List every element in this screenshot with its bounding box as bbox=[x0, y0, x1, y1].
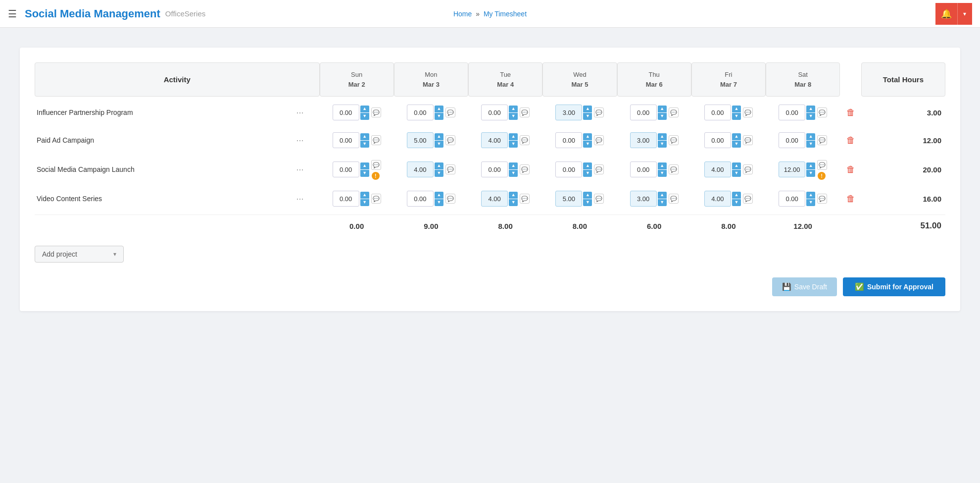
hour-input[interactable] bbox=[407, 191, 434, 207]
decrement-button[interactable]: ▼ bbox=[435, 141, 443, 148]
row-options-button[interactable]: ··· bbox=[294, 128, 319, 152]
row-options-button[interactable]: ··· bbox=[294, 187, 319, 211]
hour-input[interactable] bbox=[333, 161, 359, 177]
hour-input[interactable] bbox=[555, 132, 582, 148]
delete-icon[interactable]: 🗑 bbox=[846, 164, 855, 175]
decrement-button[interactable]: ▼ bbox=[732, 113, 741, 120]
hour-input[interactable] bbox=[630, 161, 657, 177]
increment-button[interactable]: ▲ bbox=[658, 133, 667, 140]
increment-button[interactable]: ▲ bbox=[806, 133, 815, 140]
comment-button[interactable]: 💬 bbox=[371, 107, 381, 117]
comment-button[interactable]: 💬 bbox=[520, 135, 530, 145]
comment-button[interactable]: 💬 bbox=[445, 107, 455, 117]
delete-row-button[interactable]: 🗑 bbox=[840, 187, 861, 211]
decrement-button[interactable]: ▼ bbox=[360, 113, 369, 120]
increment-button[interactable]: ▲ bbox=[583, 162, 592, 169]
decrement-button[interactable]: ▼ bbox=[806, 113, 815, 120]
decrement-button[interactable]: ▼ bbox=[360, 141, 369, 148]
increment-button[interactable]: ▲ bbox=[360, 106, 369, 112]
hour-input[interactable] bbox=[779, 105, 805, 120]
decrement-button[interactable]: ▼ bbox=[435, 199, 443, 206]
increment-button[interactable]: ▲ bbox=[509, 162, 518, 169]
comment-button[interactable]: 💬 bbox=[520, 164, 530, 174]
add-project-button[interactable]: Add project ▾ bbox=[35, 246, 124, 263]
comment-button[interactable]: 💬 bbox=[669, 194, 679, 204]
increment-button[interactable]: ▲ bbox=[509, 106, 518, 112]
increment-button[interactable]: ▲ bbox=[732, 133, 741, 140]
decrement-button[interactable]: ▼ bbox=[658, 113, 667, 120]
increment-button[interactable]: ▲ bbox=[583, 133, 592, 140]
decrement-button[interactable]: ▼ bbox=[435, 170, 443, 177]
comment-button[interactable]: 💬 bbox=[743, 194, 753, 204]
hour-input[interactable] bbox=[704, 161, 731, 177]
decrement-button[interactable]: ▼ bbox=[360, 170, 369, 177]
hour-input[interactable] bbox=[779, 161, 805, 177]
delete-row-button[interactable]: 🗑 bbox=[840, 156, 861, 183]
hour-input[interactable] bbox=[555, 161, 582, 177]
hour-input[interactable] bbox=[333, 105, 359, 120]
decrement-button[interactable]: ▼ bbox=[732, 141, 741, 148]
decrement-button[interactable]: ▼ bbox=[658, 199, 667, 206]
increment-button[interactable]: ▲ bbox=[435, 192, 443, 199]
increment-button[interactable]: ▲ bbox=[806, 106, 815, 112]
increment-button[interactable]: ▲ bbox=[732, 106, 741, 112]
decrement-button[interactable]: ▼ bbox=[509, 141, 518, 148]
comment-button[interactable]: 💬 bbox=[520, 107, 530, 117]
decrement-button[interactable]: ▼ bbox=[806, 170, 815, 177]
comment-button[interactable]: 💬 bbox=[669, 107, 679, 117]
increment-button[interactable]: ▲ bbox=[583, 106, 592, 112]
decrement-button[interactable]: ▼ bbox=[732, 170, 741, 177]
hour-input[interactable] bbox=[407, 132, 434, 148]
delete-icon[interactable]: 🗑 bbox=[846, 194, 855, 204]
hour-input[interactable] bbox=[333, 132, 359, 148]
comment-button[interactable]: 💬 bbox=[817, 107, 827, 117]
comment-button[interactable]: 💬 bbox=[743, 164, 753, 174]
user-dropdown-button[interactable]: ▾ bbox=[957, 3, 972, 25]
increment-button[interactable]: ▲ bbox=[435, 106, 443, 112]
increment-button[interactable]: ▲ bbox=[509, 133, 518, 140]
comment-button[interactable]: 💬 bbox=[817, 194, 827, 204]
hour-input[interactable] bbox=[555, 191, 582, 207]
hour-input[interactable] bbox=[779, 132, 805, 148]
save-draft-button[interactable]: 💾 Save Draft bbox=[772, 277, 837, 296]
hour-input[interactable] bbox=[630, 191, 657, 207]
delete-icon[interactable]: 🗑 bbox=[846, 107, 855, 118]
comment-button[interactable]: 💬 bbox=[817, 160, 827, 170]
hour-input[interactable] bbox=[481, 132, 508, 148]
hour-input[interactable] bbox=[407, 105, 434, 120]
comment-button[interactable]: 💬 bbox=[743, 135, 753, 145]
decrement-button[interactable]: ▼ bbox=[583, 113, 592, 120]
hour-input[interactable] bbox=[630, 105, 657, 120]
comment-button[interactable]: 💬 bbox=[371, 135, 381, 145]
comment-button[interactable]: 💬 bbox=[371, 194, 381, 204]
decrement-button[interactable]: ▼ bbox=[732, 199, 741, 206]
increment-button[interactable]: ▲ bbox=[658, 106, 667, 112]
hour-input[interactable] bbox=[704, 105, 731, 120]
decrement-button[interactable]: ▼ bbox=[360, 199, 369, 206]
comment-button[interactable]: 💬 bbox=[594, 107, 604, 117]
increment-button[interactable]: ▲ bbox=[658, 192, 667, 199]
increment-button[interactable]: ▲ bbox=[360, 133, 369, 140]
increment-button[interactable]: ▲ bbox=[806, 162, 815, 169]
decrement-button[interactable]: ▼ bbox=[806, 141, 815, 148]
decrement-button[interactable]: ▼ bbox=[509, 170, 518, 177]
comment-button[interactable]: 💬 bbox=[594, 194, 604, 204]
comment-button[interactable]: 💬 bbox=[743, 107, 753, 117]
increment-button[interactable]: ▲ bbox=[806, 192, 815, 199]
breadcrumb-home[interactable]: Home bbox=[453, 10, 472, 18]
hour-input[interactable] bbox=[779, 191, 805, 207]
delete-row-button[interactable]: 🗑 bbox=[840, 128, 861, 152]
decrement-button[interactable]: ▼ bbox=[583, 141, 592, 148]
increment-button[interactable]: ▲ bbox=[732, 162, 741, 169]
hour-input[interactable] bbox=[704, 191, 731, 207]
comment-button[interactable]: 💬 bbox=[817, 135, 827, 145]
comment-button[interactable]: 💬 bbox=[445, 135, 455, 145]
hour-input[interactable] bbox=[555, 105, 582, 120]
increment-button[interactable]: ▲ bbox=[435, 133, 443, 140]
decrement-button[interactable]: ▼ bbox=[509, 199, 518, 206]
submit-approval-button[interactable]: ✅ Submit for Approval bbox=[843, 277, 945, 296]
decrement-button[interactable]: ▼ bbox=[806, 199, 815, 206]
increment-button[interactable]: ▲ bbox=[360, 162, 369, 169]
decrement-button[interactable]: ▼ bbox=[435, 113, 443, 120]
hour-input[interactable] bbox=[481, 191, 508, 207]
